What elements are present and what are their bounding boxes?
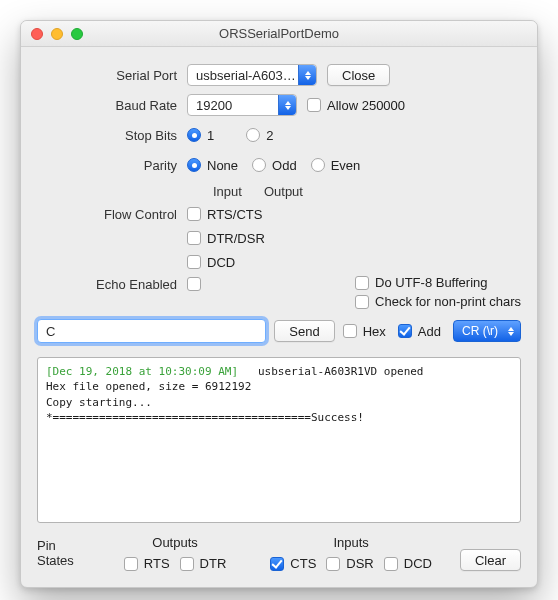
- dcd-checkbox[interactable]: DCD: [187, 255, 235, 270]
- serial-port-label: Serial Port: [37, 68, 187, 83]
- clear-button[interactable]: Clear: [460, 549, 521, 571]
- checkbox-icon: [343, 324, 357, 338]
- radio-icon: [311, 158, 325, 172]
- dcd-label: DCD: [207, 255, 235, 270]
- checkbox-icon: [270, 557, 284, 571]
- parity-none-radio[interactable]: None: [187, 158, 238, 173]
- hex-checkbox[interactable]: Hex: [343, 324, 386, 339]
- output-header: Output: [264, 184, 303, 199]
- nonprint-checkbox[interactable]: Check for non-print chars: [355, 294, 521, 309]
- updown-icon: [278, 95, 296, 115]
- utf8-buffering-checkbox[interactable]: Do UTF-8 Buffering: [355, 275, 487, 290]
- zoom-window-icon[interactable]: [71, 28, 83, 40]
- checkbox-icon: [307, 98, 321, 112]
- rtscts-label: RTS/CTS: [207, 207, 262, 222]
- parity-label: Parity: [37, 158, 187, 173]
- stop-bits-1-label: 1: [207, 128, 214, 143]
- log-line-2: Hex file opened, size = 6912192: [46, 380, 251, 393]
- cts-label: CTS: [290, 556, 316, 571]
- dsr-checkbox[interactable]: DSR: [326, 556, 373, 571]
- updown-icon: [298, 65, 316, 85]
- stop-bits-1-radio[interactable]: 1: [187, 128, 214, 143]
- titlebar: ORSSerialPortDemo: [21, 21, 537, 47]
- close-port-button[interactable]: Close: [327, 64, 390, 86]
- dcd-pin-checkbox[interactable]: DCD: [384, 556, 432, 571]
- parity-even-label: Even: [331, 158, 361, 173]
- baud-rate-value: 19200: [196, 98, 232, 113]
- app-window: ORSSerialPortDemo Serial Port usbserial-…: [20, 20, 538, 588]
- dsr-label: DSR: [346, 556, 373, 571]
- utf8-buffering-label: Do UTF-8 Buffering: [375, 275, 487, 290]
- parity-none-label: None: [207, 158, 238, 173]
- flow-control-label: Flow Control: [37, 207, 187, 222]
- checkbox-icon: [355, 295, 369, 309]
- send-button-label: Send: [289, 324, 319, 339]
- serial-port-value: usbserial-A603…: [196, 68, 296, 83]
- cts-checkbox[interactable]: CTS: [270, 556, 316, 571]
- hex-label: Hex: [363, 324, 386, 339]
- send-input[interactable]: C: [37, 319, 266, 343]
- baud-rate-select[interactable]: 19200: [187, 94, 297, 116]
- radio-icon: [187, 128, 201, 142]
- close-window-icon[interactable]: [31, 28, 43, 40]
- radio-icon: [187, 158, 201, 172]
- minimize-window-icon[interactable]: [51, 28, 63, 40]
- dtrdsr-label: DTR/DSR: [207, 231, 265, 246]
- log-line-4: *=======================================…: [46, 411, 364, 424]
- content: Serial Port usbserial-A603… Close Baud R…: [21, 47, 537, 587]
- add-terminator-checkbox[interactable]: Add: [398, 324, 441, 339]
- send-button[interactable]: Send: [274, 320, 334, 342]
- stop-bits-label: Stop Bits: [37, 128, 187, 143]
- terminator-select[interactable]: CR (\r): [453, 320, 521, 342]
- rts-label: RTS: [144, 556, 170, 571]
- checkbox-icon: [355, 276, 369, 290]
- add-label: Add: [418, 324, 441, 339]
- close-port-label: Close: [342, 68, 375, 83]
- inputs-header: Inputs: [333, 535, 368, 550]
- log-timestamp: [Dec 19, 2018 at 10:30:09 AM]: [46, 365, 238, 378]
- log-line-1: usbserial-A603R1VD opened: [238, 365, 423, 378]
- input-header: Input: [213, 184, 242, 199]
- stop-bits-2-radio[interactable]: 2: [246, 128, 273, 143]
- dtr-label: DTR: [200, 556, 227, 571]
- rtscts-checkbox[interactable]: RTS/CTS: [187, 207, 262, 222]
- outputs-header: Outputs: [152, 535, 198, 550]
- parity-even-radio[interactable]: Even: [311, 158, 361, 173]
- pin-states-label: Pin States: [37, 538, 90, 568]
- parity-odd-radio[interactable]: Odd: [252, 158, 297, 173]
- radio-icon: [252, 158, 266, 172]
- checkbox-icon: [187, 207, 201, 221]
- dtrdsr-checkbox[interactable]: DTR/DSR: [187, 231, 265, 246]
- checkbox-icon: [326, 557, 340, 571]
- checkbox-icon: [187, 277, 201, 291]
- checkbox-icon: [187, 255, 201, 269]
- stop-bits-2-label: 2: [266, 128, 273, 143]
- dcd-pin-label: DCD: [404, 556, 432, 571]
- radio-icon: [246, 128, 260, 142]
- window-title: ORSSerialPortDemo: [21, 26, 537, 41]
- window-controls: [21, 28, 83, 40]
- send-input-value: C: [46, 324, 55, 339]
- parity-odd-label: Odd: [272, 158, 297, 173]
- allow-250000-label: Allow 250000: [327, 98, 405, 113]
- checkbox-icon: [187, 231, 201, 245]
- nonprint-label: Check for non-print chars: [375, 294, 521, 309]
- checkbox-icon: [124, 557, 138, 571]
- echo-enabled-label: Echo Enabled: [37, 275, 187, 292]
- log-output: [Dec 19, 2018 at 10:30:09 AM] usbserial-…: [37, 357, 521, 523]
- rts-checkbox[interactable]: RTS: [124, 556, 170, 571]
- baud-rate-label: Baud Rate: [37, 98, 187, 113]
- checkbox-icon: [384, 557, 398, 571]
- serial-port-select[interactable]: usbserial-A603…: [187, 64, 317, 86]
- clear-button-label: Clear: [475, 553, 506, 568]
- checkbox-icon: [180, 557, 194, 571]
- updown-icon: [502, 321, 520, 341]
- dtr-checkbox[interactable]: DTR: [180, 556, 227, 571]
- checkbox-icon: [398, 324, 412, 338]
- terminator-value: CR (\r): [462, 324, 498, 338]
- allow-250000-checkbox[interactable]: Allow 250000: [307, 98, 405, 113]
- echo-enabled-checkbox[interactable]: [187, 275, 201, 291]
- log-line-3: Copy starting...: [46, 396, 152, 409]
